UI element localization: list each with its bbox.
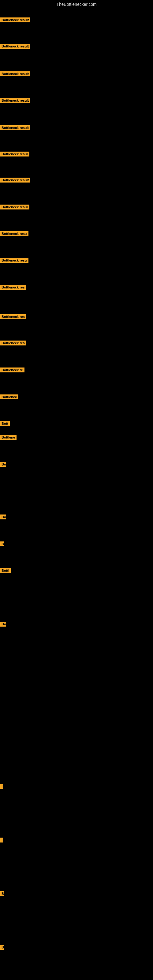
bottleneck-badge-5: Bottleneck resul xyxy=(0,151,29,156)
bottleneck-badge-17: Bo xyxy=(0,462,6,467)
bottleneck-badge-7: Bottleneck resul xyxy=(0,205,29,210)
bottleneck-badge-13: Bottleneck re xyxy=(0,368,24,372)
bottleneck-badge-10: Bottleneck res xyxy=(0,285,26,290)
bottleneck-badge-3: Bottleneck result xyxy=(0,98,30,103)
bottleneck-badge-2: Bottleneck result xyxy=(0,72,30,76)
bottleneck-badge-14: Bottlenec xyxy=(0,395,18,399)
bottleneck-badge-16: Bottlene xyxy=(0,435,16,440)
bottleneck-badge-0: Bottleneck result xyxy=(0,18,30,22)
bottleneck-badge-23: | xyxy=(0,838,3,843)
bottleneck-badge-8: Bottleneck resu xyxy=(0,231,29,236)
bottleneck-badge-1: Bottleneck result xyxy=(0,44,30,49)
bottleneck-badge-18: Bo xyxy=(0,514,6,519)
bottleneck-badge-12: Bottleneck res xyxy=(0,340,26,345)
bottleneck-badge-6: Bottleneck result xyxy=(0,178,30,183)
bottleneck-badge-19: B xyxy=(0,541,4,546)
bottleneck-badge-15: Bott xyxy=(0,421,10,426)
bottleneck-badge-11: Bottleneck res xyxy=(0,314,26,319)
bottleneck-badge-24: B xyxy=(0,891,4,896)
bottleneck-badge-9: Bottleneck resu xyxy=(0,258,29,263)
site-title: TheBottlenecker.com xyxy=(0,0,153,9)
bottleneck-badge-4: Bottleneck result xyxy=(0,125,30,130)
bottleneck-badge-20: Bottl xyxy=(0,568,11,573)
bottleneck-badge-21: Bo xyxy=(0,622,6,627)
bottleneck-badge-25: B xyxy=(0,945,4,950)
bottleneck-badge-22: | xyxy=(0,784,3,789)
